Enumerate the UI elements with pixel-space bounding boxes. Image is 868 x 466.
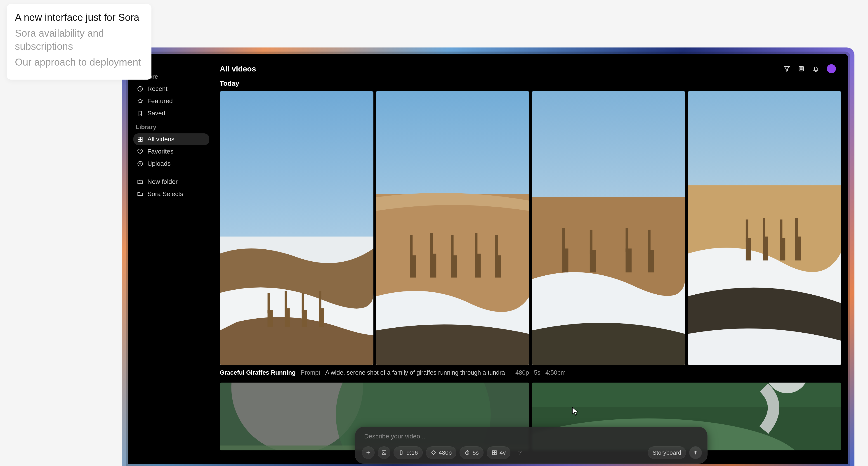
device-bezel: Explore Recent Featured Saved Library Al… [122,48,855,466]
page-title: All videos [220,64,256,73]
prompt-composer: 9:16 480p 5s 4v [355,427,708,464]
svg-rect-25 [475,254,480,278]
video-resolution: 480p [515,369,529,376]
variations-chip[interactable]: 4v [487,446,510,459]
svg-rect-20 [410,235,412,259]
svg-rect-63 [492,451,494,453]
svg-rect-2 [141,137,142,139]
sidebar-item-label: Uploads [147,160,170,167]
sidebar-item-all-videos[interactable]: All videos [133,133,209,145]
sidebar-item-favorites[interactable]: Favorites [133,146,209,157]
svg-rect-66 [495,453,496,455]
add-button[interactable] [362,446,375,459]
sora-app-window: Explore Recent Featured Saved Library Al… [128,54,848,464]
sidebar: Explore Recent Featured Saved Library Al… [128,54,214,464]
variations-value: 4v [500,449,506,456]
video-title: Graceful Giraffes Running [220,369,296,376]
svg-rect-1 [138,137,140,139]
avatar[interactable] [827,64,836,73]
article-nav-card: A new interface just for Sora Sora avail… [7,4,151,80]
svg-rect-61 [400,451,402,455]
video-variants-row [214,91,841,365]
svg-rect-48 [795,218,798,240]
notifications-button[interactable] [810,63,822,75]
svg-rect-22 [430,233,433,257]
clock-icon [136,85,144,92]
svg-rect-24 [451,235,454,259]
svg-rect-4 [141,139,142,141]
svg-rect-35 [626,248,631,273]
storyboard-button[interactable]: Storyboard [648,446,686,459]
sidebar-item-label: Saved [147,110,165,117]
sidebar-item-saved[interactable]: Saved [133,107,209,119]
plus-icon [365,450,371,456]
sidebar-item-featured[interactable]: Featured [133,95,209,107]
svg-rect-32 [562,228,565,252]
sidebar-item-sora-selects[interactable]: Sora Selects [133,188,209,200]
arrow-up-icon [692,450,699,456]
sidebar-section-library: Library [135,124,209,131]
bookmark-icon [136,110,144,117]
svg-rect-44 [763,218,765,240]
svg-rect-26 [475,233,477,257]
video-thumbnail[interactable] [376,91,529,365]
submit-button[interactable] [689,446,702,459]
timer-icon [464,450,470,456]
article-nav-item[interactable]: Sora availability and subscriptions [15,27,143,53]
sidebar-item-new-folder[interactable]: New folder [133,176,209,188]
group-label-today: Today [214,76,841,91]
video-caption: Graceful Giraffes Running Prompt A wide,… [214,365,841,382]
sidebar-item-label: Recent [147,85,167,92]
sidebar-item-recent[interactable]: Recent [133,83,209,95]
sidebar-item-uploads[interactable]: Uploads [133,158,209,169]
image-icon [381,450,387,456]
svg-rect-14 [302,293,304,314]
folder-plus-icon [136,178,144,185]
resolution-chip[interactable]: 480p [426,446,457,459]
video-time: 4:50pm [546,369,566,376]
folder-icon [136,190,144,197]
svg-rect-43 [763,237,768,260]
grid-icon [136,136,144,143]
portrait-icon [398,450,404,456]
svg-rect-16 [319,291,321,312]
svg-rect-65 [492,453,494,455]
preset-button[interactable] [378,446,391,459]
sidebar-item-label: New folder [147,178,178,185]
svg-rect-12 [285,291,287,312]
duration-chip[interactable]: 5s [460,446,483,459]
svg-rect-46 [780,220,782,242]
svg-rect-38 [648,230,651,254]
main-panel: All videos Today [214,54,848,464]
svg-rect-21 [430,254,436,278]
svg-rect-34 [590,230,592,254]
question-icon: ? [518,449,522,456]
prompt-input[interactable] [364,433,701,440]
svg-rect-47 [795,237,801,260]
list-icon [798,65,805,72]
list-view-button[interactable] [795,63,807,75]
video-thumbnail[interactable] [688,91,841,365]
video-thumbnail[interactable] [220,91,373,365]
svg-rect-10 [268,293,270,314]
help-button[interactable]: ? [514,446,526,459]
aspect-ratio-chip[interactable]: 9:16 [394,446,423,459]
diamond-icon [431,450,436,456]
resolution-value: 480p [439,449,452,456]
sidebar-item-label: Favorites [147,148,174,155]
video-prompt: A wide, serene shot of a family of giraf… [325,369,505,376]
svg-rect-64 [495,451,496,453]
svg-rect-28 [495,235,498,259]
star-icon [136,97,144,105]
article-nav-item[interactable]: A new interface just for Sora [15,11,143,24]
upload-icon [136,160,144,167]
filter-icon [783,65,791,72]
svg-rect-42 [746,220,748,242]
bell-icon [812,65,819,72]
video-thumbnail[interactable] [532,91,685,365]
article-nav-item[interactable]: Our approach to deployment [15,56,143,69]
filter-button[interactable] [781,63,793,75]
grid-icon [491,450,497,456]
storyboard-label: Storyboard [653,449,681,456]
sidebar-item-label: All videos [147,136,175,143]
